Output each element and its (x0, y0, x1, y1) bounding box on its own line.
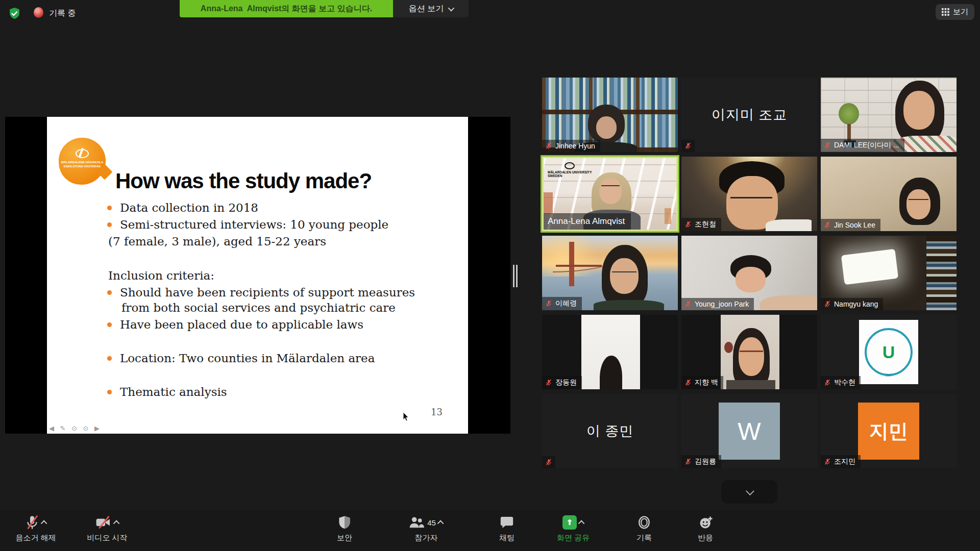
view-button[interactable]: 보기 (936, 4, 974, 20)
video-tile-lee-jongmin[interactable]: 이 종민 (542, 394, 678, 468)
reactions-button[interactable]: 반응 (677, 514, 733, 543)
recording-indicator-icon (34, 7, 43, 18)
mouse-cursor (403, 412, 410, 422)
video-tile-jihyang-baek[interactable]: 지향 백 (681, 315, 817, 389)
unmute-button[interactable]: 음소거 해제 (8, 514, 64, 543)
record-button[interactable]: 기록 (616, 514, 672, 543)
mdh-logo-symbol (76, 149, 89, 158)
muted-mic-icon (684, 300, 692, 308)
start-video-label: 비디오 시작 (87, 533, 127, 543)
video-tile-namgyu-kang[interactable]: Namgyu kang (821, 236, 957, 310)
chat-button[interactable]: 채팅 (479, 514, 535, 543)
start-video-button[interactable]: 비디오 시작 (79, 514, 135, 543)
panel-resize-handle[interactable] (513, 265, 518, 287)
slide-bullet: Location: Two counties in Mälardalen are… (107, 352, 375, 365)
name-label: DAMI LEE(이다미 ... (821, 139, 904, 152)
mdh-university-logo: MÄLARDALENS HÖGSKOLAESKILSTUNA VÄSTERÅS (59, 138, 106, 185)
avatar: W (719, 403, 780, 460)
viewing-screen-banner: Anna-Lena Almqvist의 화면을 보고 있습니다. (180, 0, 393, 17)
meeting-toolbar: 음소거 해제 비디오 시작 보안 (0, 510, 980, 551)
video-tile-jang-dongwon[interactable]: 장동원 (542, 315, 678, 389)
muted-mic-icon (824, 458, 831, 465)
slide-bullet: Data collection in 2018 (107, 201, 258, 214)
share-screen-label: 화면 공유 (557, 533, 590, 543)
bullet-dot (107, 390, 112, 394)
video-tile-lee-hyeryeong[interactable]: 이혜령 (542, 236, 678, 310)
recording-label: 기록 중 (49, 8, 76, 19)
muted-mic-icon (824, 142, 831, 149)
participant-name: 지향 백 (695, 378, 718, 387)
chat-label: 채팅 (499, 533, 514, 543)
security-label: 보안 (337, 533, 352, 543)
slide-bullet: Thematic analysis (107, 385, 227, 398)
share-screen-icon (562, 515, 577, 530)
participants-options-chevron[interactable] (437, 520, 444, 527)
grid-view-icon (942, 8, 949, 16)
participant-grid: Jinhee Hyun 이지미 조교 DAMI LEE(이다미 ... (542, 78, 957, 468)
video-tile-dami-lee[interactable]: DAMI LEE(이다미 ... (821, 78, 957, 152)
chevron-down-icon (746, 487, 754, 495)
slide-bullet: Have been placed due to applicable laws (107, 318, 363, 331)
video-tile-leejimi[interactable]: 이지미 조교 (681, 78, 817, 152)
record-label: 기록 (636, 533, 652, 543)
participants-count: 45 (427, 518, 436, 527)
name-label: Namgyu kang (821, 298, 883, 310)
view-options-button[interactable]: 옵션 보기 (393, 0, 469, 17)
muted-mic-icon (684, 221, 692, 228)
name-label: 장동원 (542, 376, 582, 389)
collapse-grid-button[interactable] (721, 480, 777, 504)
unmute-label: 음소거 해제 (15, 533, 56, 543)
muted-mic-icon (684, 142, 692, 149)
slide-text-line: (7 female, 3 male), aged 15-22 years (108, 235, 326, 248)
participant-name: Young_joon Park (695, 300, 749, 308)
bullet-dot (107, 206, 112, 210)
name-label: 김원룡 (681, 455, 721, 468)
bullet-dot (107, 290, 112, 295)
muted-mic-icon (545, 300, 552, 307)
video-tile-anna-lena-almqvist-active-speaker[interactable]: MÄLARDALEN UNIVERSITYSWEDEN Anna-Lena Al… (542, 157, 678, 231)
participants-icon (409, 516, 424, 529)
name-label: 조지민 (821, 455, 861, 468)
muted-mic-icon (684, 379, 692, 386)
video-tile-jinhee-hyun[interactable]: Jinhee Hyun (542, 78, 678, 152)
name-label: Anna-Lena Almqvist (544, 213, 631, 230)
camera-off-icon (95, 515, 112, 530)
video-options-chevron[interactable] (113, 520, 119, 527)
mic-options-chevron[interactable] (40, 520, 47, 527)
video-tile-jin-sook-lee[interactable]: Jin Sook Lee (821, 157, 957, 231)
muted-mic-icon (684, 458, 692, 465)
reactions-smiley-icon (699, 516, 713, 530)
participants-button[interactable]: 45 참가자 (398, 514, 454, 543)
muted-mic-icon (824, 300, 831, 308)
shared-screen-area: MÄLARDALENS HÖGSKOLAESKILSTUNA VÄSTERÅS … (5, 117, 510, 434)
security-shield-icon (338, 515, 351, 530)
participant-name: Anna-Lena Almqvist (548, 216, 625, 227)
chat-bubble-icon (500, 516, 513, 529)
view-options-label: 옵션 보기 (409, 4, 444, 14)
view-button-label: 보기 (953, 7, 968, 17)
participant-name: 이혜령 (555, 299, 577, 308)
share-screen-button[interactable]: 화면 공유 (545, 514, 601, 543)
presenter-navigation-controls[interactable]: ◀ ✎ ⊙ ⊙ ▶ (49, 424, 102, 432)
logo-year: 1967 (885, 374, 892, 377)
video-tile-cho-hyunchul[interactable]: 조현철 (681, 157, 817, 231)
participant-name: Jinhee Hyun (555, 142, 595, 150)
slide-bullet: Semi-structured interviews: 10 young peo… (107, 218, 388, 231)
muted-mic-icon (545, 142, 552, 149)
muted-mic-icon (545, 459, 552, 466)
bullet-dot (107, 322, 112, 327)
video-tile-young-joon-park[interactable]: Young_joon Park (681, 236, 817, 310)
reactions-label: 반응 (698, 533, 713, 543)
malardalen-university-logo: MÄLARDALEN UNIVERSITYSWEDEN (548, 162, 592, 178)
name-label: Young_joon Park (681, 298, 754, 310)
record-icon (638, 515, 651, 530)
name-label: Jinhee Hyun (542, 140, 600, 152)
video-tile-jo-jimin[interactable]: 지민 조지민 (821, 394, 957, 468)
video-tile-kim-wonryong[interactable]: W 김원룡 (681, 394, 817, 468)
avatar: 지민 (858, 403, 919, 460)
muted-mic-icon (824, 221, 831, 229)
security-button[interactable]: 보안 (316, 514, 373, 543)
video-tile-park-suhyun[interactable]: U 1967 박수현 (821, 315, 957, 389)
name-label: 지향 백 (681, 376, 723, 389)
share-options-chevron[interactable] (578, 520, 584, 527)
